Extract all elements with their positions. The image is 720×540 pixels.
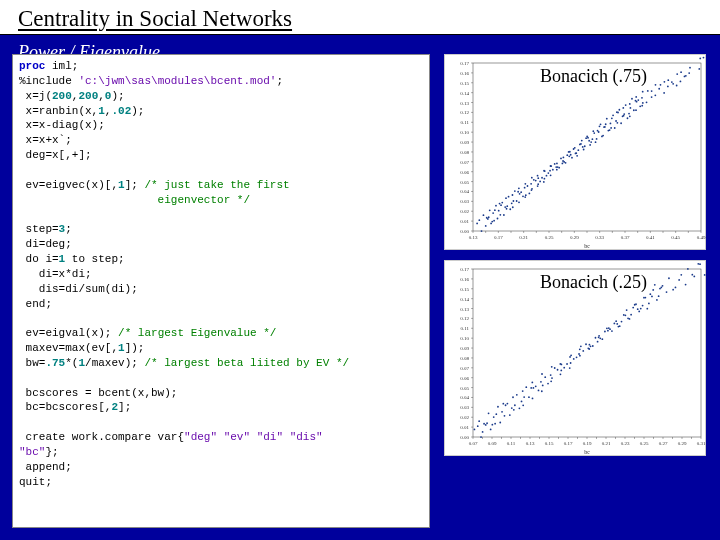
svg-text:0.29: 0.29	[678, 441, 687, 446]
svg-point-138	[556, 162, 558, 164]
svg-point-379	[560, 364, 562, 366]
svg-point-400	[592, 345, 594, 347]
svg-point-202	[627, 117, 629, 119]
svg-point-115	[531, 177, 533, 179]
svg-point-377	[560, 370, 562, 372]
svg-point-426	[635, 303, 637, 305]
svg-point-191	[611, 117, 613, 119]
svg-point-162	[577, 149, 579, 151]
svg-point-359	[532, 387, 534, 389]
svg-point-348	[512, 396, 514, 398]
svg-point-194	[616, 122, 618, 124]
svg-text:0.15: 0.15	[460, 81, 469, 86]
svg-point-185	[603, 126, 605, 128]
svg-point-398	[597, 341, 599, 343]
code-text: ,	[98, 90, 105, 102]
svg-text:bc: bc	[584, 449, 590, 455]
svg-point-109	[528, 192, 530, 194]
svg-point-337	[499, 422, 501, 424]
svg-point-370	[550, 380, 552, 382]
svg-point-145	[566, 154, 568, 156]
svg-point-182	[602, 135, 604, 137]
svg-point-323	[477, 425, 479, 427]
svg-point-382	[563, 367, 565, 369]
svg-point-84	[498, 210, 500, 212]
svg-point-187	[609, 129, 611, 131]
code-num: 200	[52, 90, 72, 102]
svg-point-447	[680, 274, 682, 276]
svg-point-124	[543, 181, 545, 183]
svg-point-93	[506, 205, 508, 207]
svg-text:0.11: 0.11	[460, 326, 469, 331]
svg-text:0.07: 0.07	[460, 366, 469, 371]
svg-point-135	[554, 163, 556, 165]
svg-point-91	[509, 208, 511, 210]
svg-point-173	[592, 130, 594, 132]
svg-text:0.25: 0.25	[545, 235, 554, 240]
code-text: ev=eigval(x);	[19, 327, 118, 339]
svg-point-126	[539, 181, 541, 183]
code-text: di=deg;	[19, 238, 72, 250]
svg-point-94	[511, 202, 513, 204]
code-comment: /* largest beta liited by EV */	[144, 357, 349, 369]
svg-point-81	[497, 218, 499, 220]
svg-point-396	[595, 337, 597, 339]
svg-point-452	[699, 263, 701, 265]
svg-point-415	[619, 325, 621, 327]
svg-point-450	[693, 276, 695, 278]
svg-point-373	[557, 369, 559, 371]
svg-point-363	[540, 381, 542, 383]
svg-point-427	[642, 305, 644, 307]
svg-point-335	[493, 416, 495, 418]
svg-text:0.09: 0.09	[488, 441, 497, 446]
svg-point-395	[588, 348, 590, 350]
svg-point-364	[535, 385, 537, 387]
svg-point-151	[570, 154, 572, 156]
svg-point-106	[524, 196, 526, 198]
svg-point-357	[532, 398, 534, 400]
svg-point-87	[499, 203, 501, 205]
svg-point-215	[639, 105, 641, 107]
svg-point-226	[655, 84, 657, 86]
svg-point-119	[537, 185, 539, 187]
svg-point-69	[476, 223, 478, 225]
code-text: ;	[65, 223, 72, 235]
code-text: create work.compare var{	[19, 431, 184, 443]
svg-point-374	[554, 367, 556, 369]
svg-text:0.08: 0.08	[460, 356, 469, 361]
svg-point-234	[667, 79, 669, 81]
svg-point-73	[490, 222, 492, 224]
svg-point-120	[537, 175, 539, 177]
svg-point-332	[491, 424, 493, 426]
svg-point-134	[550, 174, 552, 176]
svg-text:0.10: 0.10	[460, 336, 469, 341]
svg-point-186	[605, 123, 607, 125]
svg-point-445	[675, 287, 677, 289]
svg-point-392	[582, 350, 584, 352]
svg-point-375	[560, 373, 562, 375]
svg-point-127	[547, 172, 549, 174]
svg-text:0.27: 0.27	[659, 441, 668, 446]
code-text: );	[111, 90, 124, 102]
svg-point-231	[663, 81, 665, 83]
code-text: iml;	[45, 60, 78, 72]
svg-text:0.16: 0.16	[460, 277, 469, 282]
svg-point-188	[606, 118, 608, 120]
svg-text:0.00: 0.00	[460, 435, 469, 440]
svg-point-82	[495, 205, 497, 207]
svg-point-324	[480, 436, 482, 438]
svg-point-339	[504, 415, 506, 417]
code-num: 200	[78, 90, 98, 102]
svg-text:0.21: 0.21	[519, 235, 528, 240]
svg-point-389	[580, 345, 582, 347]
svg-point-110	[524, 183, 526, 185]
svg-point-351	[516, 394, 518, 396]
code-text: maxev=max(ev[,	[19, 342, 118, 354]
code-text: dis=di/sum(di);	[19, 283, 138, 295]
code-panel: proc iml; %include 'c:\jwm\sas\modules\b…	[12, 54, 430, 528]
svg-text:0.05: 0.05	[460, 386, 469, 391]
svg-point-139	[556, 169, 558, 171]
svg-point-67	[478, 219, 480, 221]
svg-text:0.09: 0.09	[460, 140, 469, 145]
svg-point-232	[667, 86, 669, 88]
